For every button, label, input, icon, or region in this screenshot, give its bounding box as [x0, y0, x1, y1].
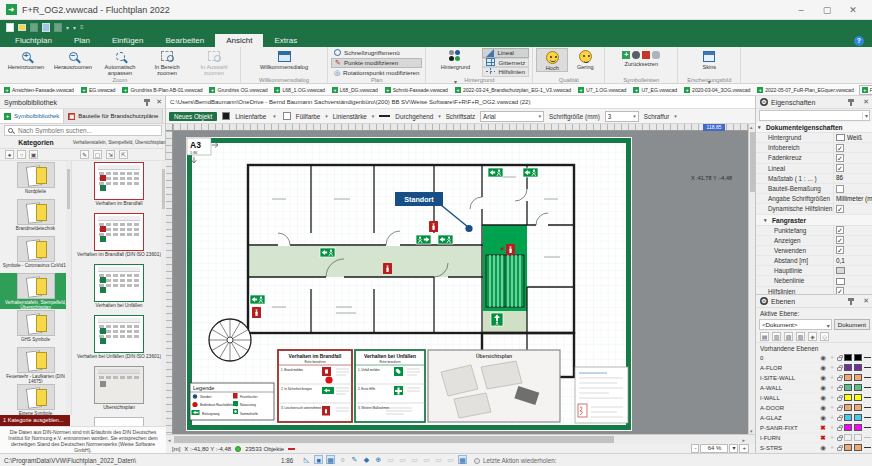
pin-icon[interactable]: [850, 99, 852, 106]
layer-row[interactable]: A-DOOR◉: [756, 403, 872, 413]
tab-ansicht[interactable]: Ansicht: [215, 34, 263, 47]
zoom-out-step-button[interactable]: -: [691, 444, 699, 453]
category-item[interactable]: Feuerwehr - Laufkarten (DIN 14675): [0, 347, 71, 383]
print-icon[interactable]: [54, 23, 62, 32]
symbol-item[interactable]: Verhalten bei Unfällen (DIN ISO 23601): [72, 315, 166, 365]
zoom-area-button[interactable]: In Bereich zoomen: [144, 48, 190, 76]
quality-high-button[interactable]: Hoch: [536, 48, 568, 72]
escape-plan-page[interactable]: Standort A3 1:86 Legende: [186, 137, 632, 431]
layer-fill-swatch[interactable]: [854, 434, 862, 441]
tab-symbolbibliothek[interactable]: Symbolbibliothek: [0, 109, 64, 123]
layer-color-swatch[interactable]: [844, 424, 852, 431]
symbol-item[interactable]: Verhalten im Brandfall (DIN ISO 23601): [72, 213, 166, 263]
category-item[interactable]: Nordpfeile: [0, 162, 71, 198]
visibility-icon[interactable]: ◉: [819, 374, 827, 382]
grid-display-icon[interactable]: ▦: [326, 455, 335, 464]
tool-disabled-icon[interactable]: ▭: [446, 455, 455, 464]
symbol-item[interactable]: Verhalten im Brandfall: [72, 162, 166, 212]
snap-grid-icon[interactable]: ■: [314, 455, 323, 464]
symbol-item-partial[interactable]: [94, 417, 144, 426]
property-row[interactable]: Anzeigen✓: [756, 236, 872, 246]
doc-tab[interactable]: Ansichten-Fassade.vwwcad: [2, 86, 76, 94]
layer-hide-all-icon[interactable]: ◇: [820, 332, 829, 341]
new-document-icon[interactable]: [6, 23, 14, 32]
close-icon[interactable]: [863, 98, 869, 106]
tool-disabled-icon[interactable]: ▭: [410, 455, 419, 464]
layer-color-swatch[interactable]: [844, 374, 852, 381]
horizontal-ruler[interactable]: 118,85: [173, 124, 748, 131]
grid-mode-icon[interactable]: ▦: [458, 455, 467, 464]
zoom-dropdown-button[interactable]: ▾: [729, 444, 738, 453]
lock-icon[interactable]: [837, 417, 842, 421]
property-row[interactable]: Abstand [m]0,1: [756, 256, 872, 266]
lock-icon[interactable]: [837, 427, 842, 431]
hatch-dropdown-icon[interactable]: ▾: [674, 113, 677, 119]
section-dokumenteigenschaften[interactable]: Dokumenteigenschaften: [756, 122, 872, 133]
visibility-icon[interactable]: ◉: [819, 444, 827, 452]
tool-disabled-icon[interactable]: ▭: [434, 455, 443, 464]
snap-icon[interactable]: [829, 384, 835, 391]
category-view-icon[interactable]: ▣: [29, 150, 38, 159]
canvas-horizontal-scrollbar[interactable]: [166, 434, 755, 444]
active-layer-combo[interactable]: <Dokument>: [759, 319, 832, 330]
property-row[interactable]: Punktefang✓: [756, 226, 872, 236]
layer-fill-swatch[interactable]: [854, 424, 862, 431]
new-object-button[interactable]: Neues Objekt: [169, 112, 217, 121]
symbol-delete-icon[interactable]: ▢: [93, 150, 102, 159]
tab-plan[interactable]: Plan: [63, 34, 101, 47]
qat-customize-icon[interactable]: ≡: [80, 24, 84, 30]
snap-ruler-icon[interactable]: ◺: [302, 455, 311, 464]
line-color-label[interactable]: Linienfarbe: [235, 113, 266, 120]
layer-fill-swatch[interactable]: [854, 354, 862, 361]
lock-icon[interactable]: [837, 447, 842, 451]
help-icon[interactable]: ?: [854, 36, 864, 46]
toggle-gitternetz[interactable]: Gitternetz: [482, 58, 529, 68]
redo-dropdown-icon[interactable]: ▾: [73, 24, 76, 31]
symbol-export-icon[interactable]: ⇲: [106, 150, 115, 159]
tool-disabled-icon[interactable]: ▭: [386, 455, 395, 464]
layer-fill-swatch[interactable]: [854, 394, 862, 401]
symbol-import-icon[interactable]: ⇱: [119, 150, 128, 159]
search-input[interactable]: [16, 126, 158, 135]
visibility-icon[interactable]: ◉: [819, 404, 827, 412]
doc-tab[interactable]: U7_EG.vwwcad: [631, 86, 679, 94]
layer-row[interactable]: S-STRS◉: [756, 443, 872, 453]
tab-einfuegen[interactable]: Einfügen: [101, 34, 155, 47]
category-item[interactable]: Eigene Symbole: [0, 384, 71, 415]
symbol-item[interactable]: Übersichtsplan: [72, 366, 166, 416]
layer-show-all-icon[interactable]: ◈: [808, 332, 817, 341]
toggle-hilfslinien[interactable]: Hilfslinien: [482, 67, 529, 77]
doc-tab[interactable]: Grundriss B-Plan AB-01.vwwcad: [120, 86, 204, 94]
undo-dropdown-icon[interactable]: ▾: [66, 24, 69, 31]
property-row[interactable]: Bauteil-Bemaßung: [756, 184, 872, 194]
lock-icon[interactable]: [837, 357, 842, 361]
visibility-icon[interactable]: ✖: [819, 434, 827, 442]
layer-down-icon[interactable]: ▧: [796, 332, 805, 341]
font-size-select[interactable]: 3▾: [605, 111, 639, 122]
symbol-item[interactable]: Verhalten bei Unfällen: [72, 264, 166, 314]
checkbox[interactable]: ✓: [836, 246, 844, 254]
canvas-vertical-scrollbar[interactable]: [748, 124, 755, 434]
layer-fill-swatch[interactable]: [854, 414, 862, 421]
property-row[interactable]: Hauptlinie: [756, 266, 872, 276]
doc-tab-active[interactable]: F+R_OG2.vw: [859, 85, 872, 95]
line-color-swatch[interactable]: [222, 112, 230, 120]
doc-tab[interactable]: EG.vwwcad: [79, 86, 118, 94]
tab-extras[interactable]: Extras: [263, 34, 308, 47]
layer-scope-button[interactable]: Dokument: [834, 319, 870, 330]
property-row[interactable]: Maßstab ( 1 : ... )86: [756, 174, 872, 184]
doc-tab[interactable]: L68_DG.vwwcad: [330, 86, 380, 94]
font-select[interactable]: Arial▾: [480, 111, 544, 122]
layer-fill-swatch[interactable]: [854, 404, 862, 411]
fill-color-swatch[interactable]: [283, 112, 291, 120]
category-item-selected[interactable]: Verhaltenstafeln, Stempelfeld, Übersicht…: [0, 273, 71, 309]
doc-tab[interactable]: 2022-03-24_Brandschutzplan_EG-1_V3.vwwca…: [453, 86, 573, 94]
layer-row[interactable]: I-FURN✖: [756, 433, 872, 443]
category-item[interactable]: GHS Symbole: [0, 310, 71, 346]
visibility-icon[interactable]: ◉: [819, 394, 827, 402]
drawing-canvas[interactable]: 118,85 X :41,78 Y :-4,48: [166, 124, 755, 444]
snap-icon[interactable]: [829, 394, 835, 401]
close-button[interactable]: [840, 2, 866, 18]
marker-icon[interactable]: ◆: [362, 455, 371, 464]
pin-icon[interactable]: [146, 99, 148, 106]
